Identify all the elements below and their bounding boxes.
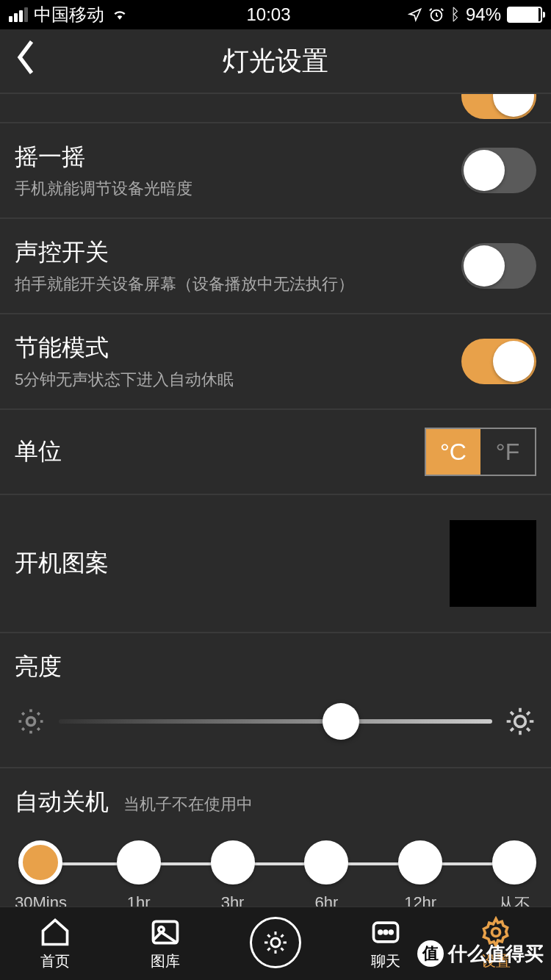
- toggle-eco[interactable]: [461, 339, 536, 384]
- setting-row-shake: 摇一摇 手机就能调节设备光暗度: [0, 123, 551, 219]
- setting-row-brightness: 亮度: [0, 633, 551, 768]
- unit-celsius[interactable]: °C: [426, 429, 480, 475]
- shake-sub: 手机就能调节设备光暗度: [15, 178, 461, 200]
- svg-point-10: [492, 929, 500, 937]
- tab-brightness[interactable]: [220, 907, 331, 980]
- watermark-badge: 值: [417, 940, 444, 967]
- autooff-option-1[interactable]: 1hr: [117, 840, 161, 915]
- svg-point-8: [384, 931, 387, 934]
- battery-pct: 94%: [466, 4, 501, 25]
- autooff-option-4[interactable]: 12hr: [398, 840, 442, 915]
- autooff-stepper: 30Mins 1hr 3hr 6hr 12hr 从不: [15, 840, 536, 915]
- eco-title: 节能模式: [15, 332, 461, 364]
- tab-gallery[interactable]: 图库: [110, 907, 220, 980]
- bluetooth-icon: ᛒ: [450, 5, 460, 24]
- svg-point-2: [515, 716, 526, 727]
- signal-icon: [9, 7, 28, 22]
- back-button[interactable]: [15, 40, 37, 83]
- page-title: 灯光设置: [223, 43, 328, 79]
- unit-title: 单位: [15, 436, 62, 468]
- boot-image-preview: [450, 520, 536, 607]
- toggle-sound[interactable]: [461, 243, 536, 289]
- shake-title: 摇一摇: [15, 141, 461, 173]
- autooff-option-5[interactable]: 从不: [492, 840, 536, 915]
- sound-title: 声控开关: [15, 237, 461, 269]
- svg-point-1: [27, 718, 35, 726]
- setting-row-autooff: 自动关机 当机子不在使用中 30Mins 1hr 3hr 6hr 12hr 从不: [0, 768, 551, 930]
- autooff-option-0[interactable]: 30Mins: [15, 840, 67, 915]
- svg-point-9: [390, 931, 393, 934]
- setting-row-unit: 单位 °C °F: [0, 410, 551, 495]
- unit-selector: °C °F: [425, 428, 536, 476]
- gallery-icon: [149, 916, 181, 948]
- toggle-partial[interactable]: [461, 94, 536, 119]
- watermark-text: 什么值得买: [448, 941, 544, 967]
- autooff-title: 自动关机: [15, 786, 109, 818]
- toggle-shake[interactable]: [461, 148, 536, 193]
- tab-home[interactable]: 首页: [0, 907, 110, 980]
- brightness-slider[interactable]: [59, 719, 492, 724]
- unit-fahrenheit[interactable]: °F: [480, 429, 535, 475]
- autooff-option-2[interactable]: 3hr: [211, 840, 255, 915]
- chat-icon: [370, 916, 402, 948]
- nav-bar: 灯光设置: [0, 29, 551, 94]
- home-icon: [39, 916, 71, 948]
- carrier-label: 中国移动: [34, 3, 104, 26]
- brightness-title: 亮度: [15, 651, 536, 683]
- clock: 10:03: [246, 4, 290, 25]
- wifi-icon: [110, 7, 129, 22]
- watermark: 值 什么值得买: [417, 940, 544, 967]
- setting-row-sound: 声控开关 拍手就能开关设备屏幕（设备播放中无法执行）: [0, 219, 551, 314]
- location-icon: [408, 7, 422, 22]
- brightness-thumb[interactable]: [323, 703, 359, 740]
- chevron-left-icon: [15, 40, 37, 75]
- sound-sub: 拍手就能开关设备屏幕（设备播放中无法执行）: [15, 273, 461, 295]
- setting-row-eco: 节能模式 5分钟无声状态下进入自动休眠: [0, 314, 551, 410]
- sun-icon: [262, 929, 289, 956]
- autooff-sub: 当机子不在使用中: [123, 793, 253, 815]
- svg-point-5: [271, 938, 280, 947]
- battery-icon: [507, 7, 542, 23]
- brightness-high-icon: [504, 705, 536, 738]
- eco-sub: 5分钟无声状态下进入自动休眠: [15, 369, 461, 391]
- alarm-icon: [428, 7, 444, 23]
- setting-row-partial: [0, 94, 551, 123]
- boot-title: 开机图案: [15, 547, 109, 580]
- status-bar: 中国移动 10:03 ᛒ 94%: [0, 0, 551, 29]
- setting-row-boot[interactable]: 开机图案: [0, 495, 551, 633]
- brightness-low-icon: [15, 705, 47, 738]
- svg-point-7: [379, 931, 382, 934]
- autooff-option-3[interactable]: 6hr: [304, 840, 348, 915]
